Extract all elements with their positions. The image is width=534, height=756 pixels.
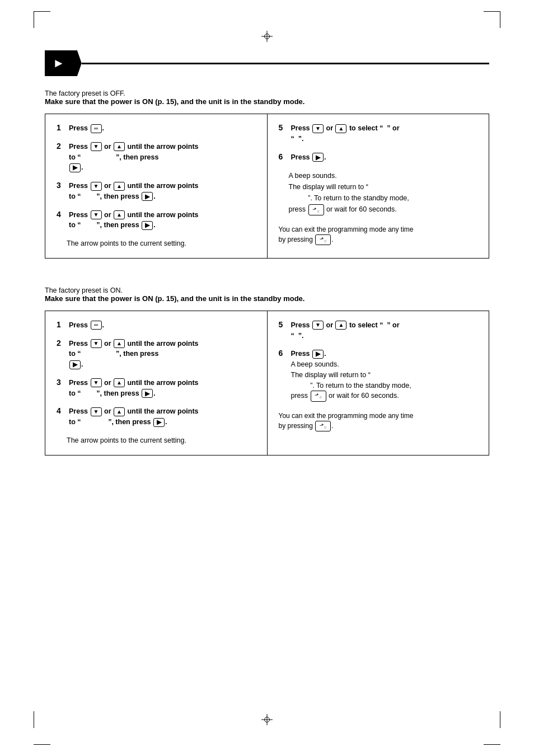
section1-intro-line2: Make sure that the power is ON (p. 15), … [45, 97, 489, 106]
step-num-1-4: 4 [57, 210, 67, 219]
step-num-2-2: 2 [57, 339, 67, 348]
down-arrow-icon-5: ▼ [312, 124, 324, 133]
standby-icon-s2-2: ⬏○ [315, 421, 331, 431]
section2-col-left: 1 Press ═. 2 Press ▼ or ▲ until the arro… [45, 311, 268, 455]
section2-intro: The factory preset is ON. Make sure that… [45, 287, 489, 303]
section2-col-right: 5 Press ▼ or ▲ to select “ ” or “ ”. 6 P… [268, 311, 489, 455]
down-arrow-icon-s2-2: ▼ [91, 339, 102, 348]
step-1-3: 3 Press ▼ or ▲ until the arrow points to… [57, 181, 256, 202]
up-arrow-icon-s2-4: ▲ [114, 407, 125, 416]
up-arrow-icon-4: ▲ [114, 210, 125, 219]
section-separator [45, 275, 489, 287]
up-arrow-icon-s2-3: ▲ [114, 378, 125, 387]
registration-mark-top [261, 31, 273, 42]
section2-intro-line2: Make sure that the power is ON (p. 15), … [45, 294, 489, 303]
down-arrow-icon-s2-3: ▼ [91, 378, 102, 387]
play-button-icon-s2-4: ▶ [153, 418, 165, 427]
section1-intro: The factory preset is OFF. Make sure tha… [45, 90, 489, 106]
step-num-2-4: 4 [57, 406, 67, 415]
page-content: ► The factory preset is OFF. Make sure t… [45, 50, 489, 456]
section1-col-right: 5 Press ▼ or ▲ to select “ ” or “ ”. 6 P… [268, 114, 489, 258]
menu-button-icon: ═ [91, 124, 102, 133]
step-content-1-6: Press ▶. [291, 152, 326, 163]
play-button-icon-s2-2: ▶ [69, 360, 81, 369]
step-num-2-6: 6 [279, 349, 289, 358]
step-num-2-5: 5 [279, 320, 289, 329]
step-num-1-3: 3 [57, 181, 67, 190]
step-num-1-1: 1 [57, 123, 67, 132]
arrow-icon: ► [53, 56, 65, 71]
down-arrow-icon-4: ▼ [91, 210, 102, 219]
section1-exit-note: You can exit the programming mode any ti… [279, 224, 478, 245]
step-content-2-5: Press ▼ or ▲ to select “ ” or “ ”. [291, 320, 400, 341]
step-num-2-1: 1 [57, 320, 67, 329]
step-2-2: 2 Press ▼ or ▲ until the arrow points to… [57, 339, 256, 370]
standby-icon-2: ⬏○ [315, 234, 331, 245]
up-arrow-icon-3: ▲ [114, 182, 125, 191]
step-content-2-3: Press ▼ or ▲ until the arrow points to “… [69, 378, 199, 399]
play-button-icon-s2-6: ▶ [312, 350, 324, 359]
step-num-1-5: 5 [279, 123, 289, 132]
step-2-3: 3 Press ▼ or ▲ until the arrow points to… [57, 378, 256, 399]
up-arrow-icon-s2-2: ▲ [114, 339, 125, 348]
standby-icon-1: ⬏○ [308, 204, 324, 215]
step-num-2-3: 3 [57, 378, 67, 387]
section-header: ► [45, 50, 489, 76]
step-1-2: 2 Press ▼ or ▲ until the arrow points to… [57, 142, 256, 173]
down-arrow-icon-3: ▼ [91, 182, 102, 191]
step-content-1-2: Press ▼ or ▲ until the arrow points to “… [69, 142, 199, 173]
step-2-4: 4 Press ▼ or ▲ until the arrow points to… [57, 406, 256, 428]
up-arrow-icon-s2-5: ▲ [335, 321, 346, 330]
section2-exit-note: You can exit the programming mode any ti… [279, 411, 478, 431]
step-1-5: 5 Press ▼ or ▲ to select “ ” or “ ”. [279, 123, 478, 144]
section1-instructions: 1 Press ═. 2 Press ▼ or ▲ until the arro… [45, 114, 489, 259]
down-arrow-icon-2: ▼ [91, 142, 102, 151]
step-content-1-4: Press ▼ or ▲ until the arrow points to “… [69, 210, 199, 231]
down-arrow-icon-s2-4: ▼ [91, 407, 102, 416]
step-content-2-4: Press ▼ or ▲ until the arrow points to “… [69, 406, 199, 428]
play-button-icon-s2-3: ▶ [142, 389, 153, 398]
header-line [82, 63, 489, 64]
step-content-1-5: Press ▼ or ▲ to select “ ” or “ ”. [291, 123, 400, 144]
down-arrow-icon-s2-5: ▼ [312, 321, 324, 330]
step-2-1: 1 Press ═. [57, 320, 256, 331]
step-num-1-6: 6 [279, 152, 289, 161]
play-button-icon-4: ▶ [142, 221, 153, 230]
play-button-icon-2: ▶ [69, 163, 81, 172]
step-content-2-2: Press ▼ or ▲ until the arrow points to “… [69, 339, 199, 370]
step-2-5: 5 Press ▼ or ▲ to select “ ” or “ ”. [279, 320, 478, 341]
step-1-6: 6 Press ▶. [279, 152, 478, 163]
up-arrow-icon-5: ▲ [335, 124, 346, 133]
arrow-block: ► [45, 50, 82, 76]
section1-after6: A beep sounds. The display will return t… [289, 170, 478, 215]
step-1-4: 4 Press ▼ or ▲ until the arrow points to… [57, 210, 256, 231]
play-button-icon-6: ▶ [312, 153, 324, 162]
step-1-1: 1 Press ═. [57, 123, 256, 134]
section1-intro-line1: The factory preset is OFF. [45, 90, 489, 97]
play-button-icon-3: ▶ [142, 192, 153, 201]
step-content-2-6: Press ▶. A beep sounds. The display will… [291, 349, 411, 401]
step-1-4-note: The arrow points to the current setting. [67, 238, 256, 249]
step-2-6: 6 Press ▶. A beep sounds. The display wi… [279, 349, 478, 401]
step-num-1-2: 2 [57, 142, 67, 151]
up-arrow-icon-2: ▲ [114, 142, 125, 151]
section1-col-left: 1 Press ═. 2 Press ▼ or ▲ until the arro… [45, 114, 268, 258]
section2-intro-line1: The factory preset is ON. [45, 287, 489, 294]
registration-mark-bottom [261, 714, 273, 725]
menu-button-icon-s2: ═ [91, 321, 102, 330]
step-content-1-3: Press ▼ or ▲ until the arrow points to “… [69, 181, 199, 202]
standby-icon-s2-1: ⬏○ [311, 391, 326, 401]
step-content-2-1: Press ═. [69, 320, 104, 331]
step-content-1-1: Press ═. [69, 123, 104, 134]
step-2-4-note: The arrow points to the current setting. [67, 435, 256, 446]
section2-instructions: 1 Press ═. 2 Press ▼ or ▲ until the arro… [45, 311, 489, 456]
